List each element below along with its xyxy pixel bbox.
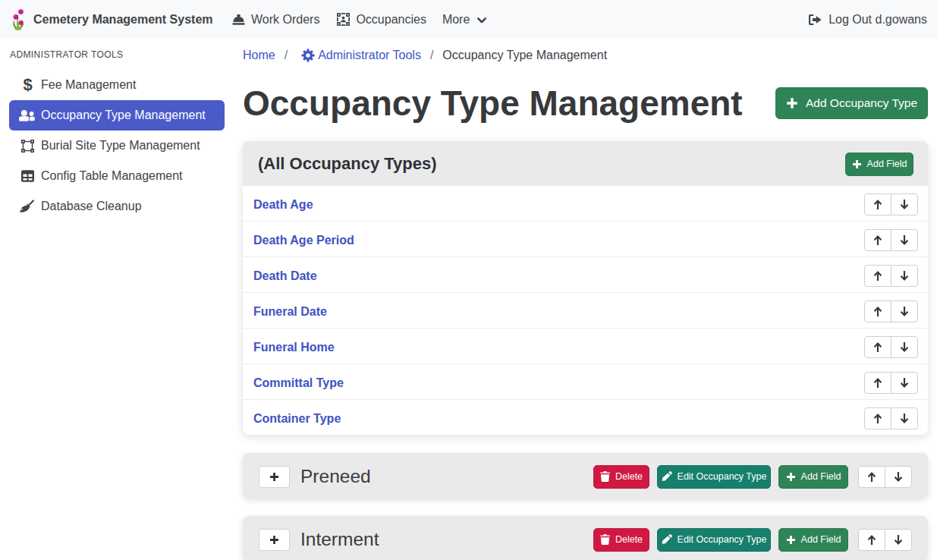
svg-text:$: $ [23, 77, 32, 93]
